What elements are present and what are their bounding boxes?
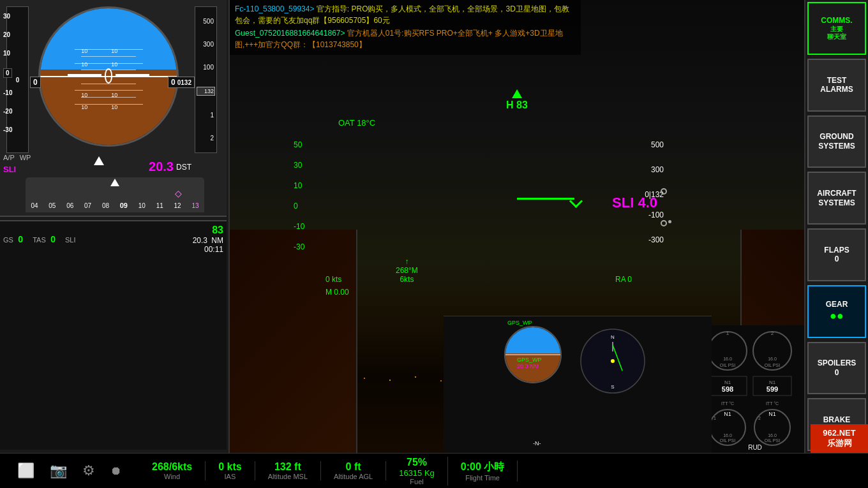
spoilers-button[interactable]: SPOILERS 0: [807, 342, 866, 395]
gear-label: GEAR: [826, 300, 848, 309]
fuel-status: 75% 16315 Kg Fuel: [386, 457, 448, 485]
ground-systems-button[interactable]: GROUND SYSTEMS: [807, 115, 866, 168]
nav-top-right: 83 20.3 NM 00:11: [193, 225, 223, 254]
svg-text:1: 1: [726, 330, 730, 336]
bottom-controls: ⬜ 📷 ⚙ ⏺: [0, 462, 139, 479]
gs-val: 0: [18, 234, 23, 244]
alt-agl-label: Altitude AGL: [334, 473, 373, 480]
comms-label-main: COMMS.: [821, 16, 852, 25]
cockpit-instrument-cluster: GPS_WP 20.3 NM N S GPS_WP -N-: [444, 316, 712, 453]
ap-status: A/P WP: [3, 154, 31, 161]
alt-msl-status: 132 ft Altitude MSL: [255, 461, 321, 480]
hdg-10: 10: [138, 202, 146, 209]
nav-display: GS 0 TAS 0 SLI 83 20.3 NM 00:11: [0, 220, 227, 450]
dst-val: 20.3: [149, 159, 174, 174]
gear-button[interactable]: GEAR ●●: [807, 285, 866, 338]
hdg-09: 09: [120, 202, 128, 209]
svg-text:RUD: RUD: [748, 444, 762, 451]
spoilers-val: 0: [818, 368, 857, 377]
test-alarms-button[interactable]: TEST ALARMS: [807, 59, 866, 112]
ias-label: IAS: [225, 473, 236, 480]
aircraft-systems-label2: SYSTEMS: [817, 198, 856, 207]
svg-text:1: 1: [714, 416, 716, 420]
alt-agl-status: 0 ft Altitude AGL: [321, 461, 386, 480]
gs-label: GS: [3, 236, 13, 244]
alt-2: 2: [197, 135, 215, 142]
gs-display: GS 0: [3, 233, 23, 245]
alt-agl-val: 0 ft: [346, 461, 361, 473]
svg-text:2: 2: [771, 330, 774, 336]
wp-marker: ◇: [175, 188, 182, 198]
left-instrument-panel: 0 10 10 10 10: [0, 0, 230, 453]
video-icon[interactable]: 📷: [50, 462, 67, 479]
svg-text:N1: N1: [724, 380, 731, 385]
bottom-status-bar: ⬜ 📷 ⚙ ⏺ 268/6kts Wind 0 kts IAS 132 ft A…: [0, 453, 868, 488]
flaps-button[interactable]: FLAPS 0: [807, 228, 866, 281]
svg-text:16.0: 16.0: [768, 357, 777, 361]
heading-strip: 04 05 06 07 08 09 10 11 12 13 ◇: [26, 177, 204, 212]
chat-user-1: Fc-110_53800_59934>: [235, 4, 314, 13]
wind-label: Wind: [164, 473, 180, 480]
svg-text:N1: N1: [724, 411, 731, 417]
hdg-11: 11: [156, 202, 163, 209]
sli-nav-label: SLI: [65, 236, 76, 244]
roll-indicator-triangle: [94, 156, 104, 165]
flaps-val: 0: [824, 255, 849, 263]
right-panel: COMMS. 主要 聊天室 TEST ALARMS GROUND SYSTEMS…: [804, 0, 868, 453]
alt-500: 500: [197, 18, 215, 25]
record-icon[interactable]: ⏺: [110, 464, 122, 478]
alt-current: 132: [197, 87, 215, 96]
svg-text:N1: N1: [768, 411, 776, 417]
engine-gauges: 1 16.0 OIL PSI 2 16.0 OIL PSI N1 598 N1 …: [702, 325, 807, 453]
hdg-06: 06: [66, 202, 73, 209]
adi-scale-minus30: -30: [3, 126, 12, 133]
mini-hsi: N S: [578, 326, 648, 396]
chat-line-1: Fc-110_53800_59934> 官方指导: PRO购买，多人模式，全部飞…: [235, 3, 576, 26]
speed-readout: 0: [30, 77, 41, 88]
adi-scale-0: 0: [3, 68, 12, 78]
hdg-13: 13: [191, 202, 198, 209]
tas-display: TAS 0: [33, 233, 56, 245]
mini-adi: GPS_WP 20.3 NM: [504, 326, 568, 390]
tas-label: TAS: [33, 236, 46, 244]
aircraft-systems-label: AIRCRAFT: [817, 189, 856, 198]
alt-msl-label: Altitude MSL: [268, 473, 308, 480]
ap-label: A/P: [3, 154, 15, 161]
ias-val: 0 kts: [218, 461, 241, 473]
alt-msl-val: 132 ft: [274, 461, 301, 473]
svg-text:S: S: [611, 384, 614, 390]
svg-text:16.0: 16.0: [723, 357, 732, 361]
tablet-icon[interactable]: ⬜: [17, 462, 34, 479]
comms-label-sub1: 主要: [830, 26, 843, 33]
svg-text:N: N: [611, 334, 615, 340]
sli-status: SLI: [3, 165, 16, 174]
hdg-04: 04: [31, 202, 38, 209]
watermark-text: 962.NET乐游网: [823, 428, 855, 449]
wind-val: 268/6kts: [152, 461, 192, 473]
aircraft-systems-button[interactable]: AIRCRAFT SYSTEMS: [807, 172, 866, 225]
chat-user-2: Guest_0752016881664641867>: [235, 29, 345, 38]
flight-time-label: Flight Time: [465, 474, 500, 482]
test-alarms-label: TEST: [820, 76, 853, 85]
altitude-tape: 500 300 100 132 1 2: [195, 6, 217, 153]
dst-unit: DST: [176, 163, 191, 172]
adi-scale-minus20: -20: [3, 108, 12, 115]
flight-time-val: 0:00 小時: [461, 461, 504, 474]
adi-scale-30: 30: [3, 13, 12, 20]
svg-text:OIL PSI: OIL PSI: [765, 363, 780, 367]
svg-text:N1: N1: [769, 380, 776, 385]
svg-text:16.0: 16.0: [768, 433, 777, 438]
settings-icon[interactable]: ⚙: [82, 462, 95, 479]
svg-text:598: 598: [722, 385, 733, 393]
heading-pointer: [110, 179, 119, 186]
cluster-gps: GPS_WP: [507, 320, 532, 326]
hdg-12: 12: [174, 202, 181, 209]
fuel-kg: 16315 Kg: [399, 468, 435, 478]
cluster-n: -N-: [533, 440, 541, 447]
chat-line-2: Guest_0752016881664641867> 官方机器人01号:购买RF…: [235, 27, 576, 50]
hdg-08: 08: [102, 202, 109, 209]
alt-300: 300: [197, 41, 215, 48]
hdg-07: 07: [84, 202, 91, 209]
comms-button[interactable]: COMMS. 主要 聊天室: [807, 2, 866, 55]
nav-info-row: GS 0 TAS 0 SLI 83 20.3 NM 00:11: [0, 221, 227, 257]
